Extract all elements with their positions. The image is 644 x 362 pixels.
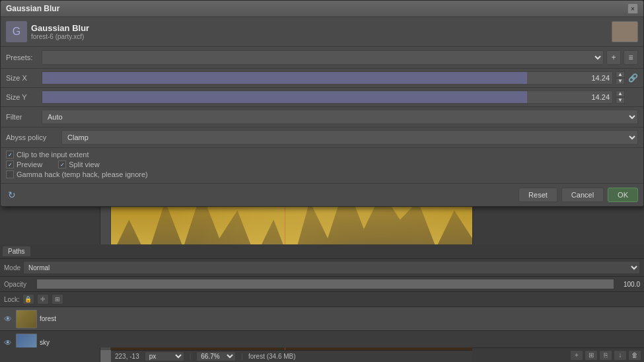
mode-label: Mode [4, 264, 20, 272]
statusbar: 223, -13 px mm | 66.7% 100% 50% | forest… [111, 350, 472, 362]
zoom-selector[interactable]: 66.7% 100% 50% [196, 351, 236, 361]
lock-position-button[interactable]: ✛ [37, 294, 49, 305]
opacity-label: Opacity [4, 281, 34, 288]
presets-label: Presets: [6, 54, 39, 61]
layer-eye-sky[interactable]: 👁 [3, 338, 13, 348]
clip-input-row: Clip to the input extent [6, 151, 638, 159]
filter-dropdown[interactable]: Auto IIR RLE [42, 110, 638, 124]
layer-name-forest: forest [40, 315, 641, 322]
clip-input-label: Clip to the input extent [17, 151, 89, 159]
main-layout: ⬜ ⭕ 🔆 ✦ ◈ ✂ ✛ ⊞ ⬡ ⊡ ↻ ⤡ ⧈ ⬗ ⇔ ⬖ 〜 ⊹ 🪣 ▦ … [0, 29, 644, 362]
preset-menu-button[interactable]: ≡ [624, 50, 638, 65]
checkboxes-section: Clip to the input extent Preview Split v… [1, 148, 643, 184]
abyss-policy-dropdown[interactable]: Clamp Loop Black White [61, 130, 638, 145]
dialog-close-button[interactable]: × [627, 3, 638, 14]
preset-add-button[interactable]: + [606, 50, 621, 65]
size-y-row: Size Y 14.24 ▲ ▼ 🔗 [1, 88, 643, 107]
size-x-slider[interactable]: 14.24 [42, 71, 613, 85]
filter-label: Filter [6, 113, 39, 121]
paths-tab[interactable]: Paths [3, 246, 30, 256]
size-y-value: 14.24 [591, 93, 610, 101]
opacity-row: Opacity 100.0 [0, 277, 644, 292]
presets-row: Presets: + ≡ [1, 47, 643, 69]
coordinates-display: 223, -13 [115, 353, 139, 360]
opacity-value: 100.0 [617, 281, 640, 288]
gamma-hack-label: Gamma hack (temp hack, please ignore) [17, 170, 148, 178]
size-y-spinner: ▲ ▼ [616, 90, 625, 104]
layer-thumb-sky [16, 334, 37, 348]
lock-pixels-button[interactable]: 🔒 [22, 294, 34, 305]
clip-input-checkbox[interactable] [6, 151, 14, 159]
preview-splitview-row: Preview Split view [6, 161, 638, 168]
link-xy-icon[interactable]: 🔗 [627, 73, 638, 83]
split-view-checkbox[interactable] [58, 161, 66, 168]
size-x-spin-down[interactable]: ▼ [616, 78, 625, 85]
cancel-button[interactable]: Cancel [561, 188, 604, 202]
delete-layer-button[interactable]: 🗑 [628, 350, 641, 361]
layer-item-forest[interactable]: 👁 forest [0, 307, 644, 331]
layer-thumb-forest [16, 310, 37, 328]
size-x-spin-up[interactable]: ▲ [616, 71, 625, 78]
refresh-icon[interactable]: ↻ [6, 189, 18, 201]
size-x-value: 14.24 [591, 74, 610, 82]
lock-row: Lock: 🔒 ✛ ⊞ [0, 292, 644, 307]
plugin-header: G Gaussian Blur forest-6 (party.xcf) [1, 17, 643, 47]
size-x-row: Size X 14.24 ▲ ▼ 🔗 [1, 69, 643, 88]
plugin-icon: G [6, 21, 27, 42]
size-y-label: Size Y [6, 93, 39, 101]
gamma-hack-checkbox[interactable] [6, 170, 14, 178]
gamma-hack-row: Gamma hack (temp hack, please ignore) [6, 170, 638, 178]
layer-item-sky[interactable]: 👁 sky [0, 331, 644, 347]
panel-tabs: Paths [0, 244, 644, 259]
dialog-buttons: ↻ Reset Cancel OK [1, 184, 643, 206]
layer-name-sky: sky [40, 339, 641, 346]
gaussian-blur-dialog: Gaussian Blur × G Gaussian Blur forest-6… [0, 0, 644, 207]
ok-button[interactable]: OK [608, 188, 638, 202]
merge-down-button[interactable]: ↓ [614, 350, 627, 361]
duplicate-layer-button[interactable]: ⎘ [599, 350, 612, 361]
size-x-label: Size X [6, 74, 39, 82]
plugin-subtitle: forest-6 (party.xcf) [31, 33, 608, 40]
lock-label: Lock: [4, 296, 20, 303]
layers-section: Paths Mode Normal Multiply Screen Opacit… [0, 244, 644, 347]
panel-bottom-buttons: + ⊞ ⎘ ↓ 🗑 [472, 347, 644, 362]
size-y-slider[interactable]: 14.24 [42, 90, 613, 104]
preview-label: Preview [17, 161, 42, 168]
abyss-policy-row: Abyss policy Clamp Loop Black White [1, 127, 643, 148]
link-y-icon: 🔗 [627, 92, 638, 102]
filter-row: Filter Auto IIR RLE [1, 107, 643, 127]
plugin-preview-thumb [612, 21, 638, 42]
abyss-policy-label: Abyss policy [6, 133, 59, 141]
coords-value: 223, -13 [115, 353, 139, 360]
dialog-titlebar: Gaussian Blur × [1, 1, 643, 17]
size-y-spin-up[interactable]: ▲ [616, 90, 625, 97]
plugin-name: Gaussian Blur [31, 23, 608, 33]
mode-dropdown[interactable]: Normal Multiply Screen [23, 261, 640, 274]
size-y-spin-down[interactable]: ▼ [616, 97, 625, 104]
new-layer-button[interactable]: + [570, 350, 583, 361]
right-panel: ⊞ ◧ A ▦ ⬡ ▸ 🖌 〜 ★ ◉ Gaussian Blur × G Ga… [472, 29, 644, 362]
new-group-button[interactable]: ⊞ [585, 350, 598, 361]
unit-selector[interactable]: px mm [145, 351, 184, 361]
preview-checkbox[interactable] [6, 161, 14, 168]
lock-alpha-button[interactable]: ⊞ [52, 294, 63, 305]
opacity-slider[interactable] [36, 279, 614, 289]
layer-info: forest (34.6 MB) [248, 353, 296, 360]
dialog-title: Gaussian Blur [6, 4, 59, 13]
layer-eye-forest[interactable]: 👁 [3, 314, 13, 324]
split-view-label: Split view [69, 161, 99, 168]
reset-button[interactable]: Reset [519, 188, 557, 202]
mode-row: Mode Normal Multiply Screen [0, 259, 644, 277]
size-x-spinner: ▲ ▼ [616, 71, 625, 85]
presets-dropdown[interactable] [42, 50, 604, 65]
